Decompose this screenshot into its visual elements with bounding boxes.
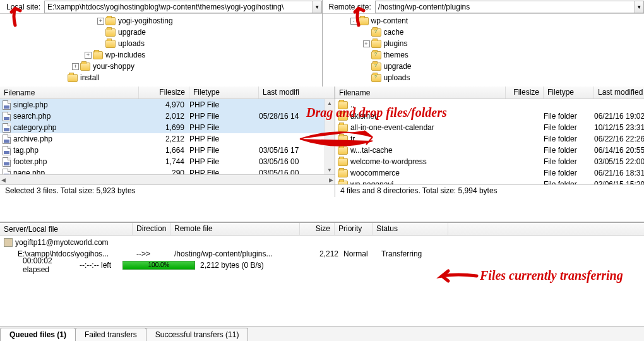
local-site-label: Local site: [0, 3, 44, 11]
transfer-queue: Server/Local file Direction Remote file … [0, 222, 644, 272]
expand-icon[interactable] [97, 40, 104, 47]
remote-site-label: Remote site: [323, 3, 375, 11]
folder-icon [105, 28, 116, 37]
folder-icon [105, 40, 116, 48]
remote-file-list: Filename Filesize Filetype Last modified… [335, 87, 644, 197]
col-filename[interactable]: Filename [0, 87, 139, 99]
tree-item[interactable]: +yogi-yogihosting [3, 15, 319, 27]
file-row[interactable]: welcome-to-wordpressFile folder03/05/15 … [335, 156, 644, 167]
col-filetype[interactable]: Filetype [544, 87, 594, 99]
folder-icon [338, 169, 348, 177]
col-filesize[interactable]: Filesize [506, 87, 544, 99]
transfer-host-row[interactable]: yogiftp11@myotcworld.com [4, 237, 640, 248]
folder-icon [371, 63, 381, 71]
col-status[interactable]: Status [373, 223, 448, 235]
progress-bar: 100.0% [122, 261, 195, 270]
tab-failed[interactable]: Failed transfers [75, 328, 146, 341]
file-icon [3, 100, 11, 110]
local-status: Selected 3 files. Total size: 5,923 byte… [0, 184, 335, 197]
tree-item[interactable]: themes [325, 49, 642, 61]
folder-icon [371, 28, 381, 37]
remote-panel: Remote site: ▾ -wp-contentcache+pluginst… [323, 0, 645, 86]
file-icon [3, 157, 11, 167]
scrollbar-vertical[interactable] [325, 99, 335, 174]
folder-icon [371, 51, 381, 59]
file-row[interactable]: woocommerceFile folder06/21/16 18:31:... [335, 167, 644, 179]
file-row[interactable]: footer.php1,744PHP File03/05/16 00 [0, 156, 335, 167]
tree-item[interactable]: upgrade [3, 27, 319, 38]
file-row[interactable]: page.php290PHP File03/05/16 00 [0, 167, 335, 174]
file-row[interactable]: search.php2,012PHP File05/28/16 14 [0, 111, 335, 122]
folder-icon [338, 181, 348, 185]
folder-icon [338, 158, 348, 166]
tree-item[interactable]: uploads [325, 72, 642, 83]
folder-icon [371, 74, 381, 82]
local-path-input[interactable] [44, 1, 313, 13]
folder-icon [80, 63, 90, 71]
file-row[interactable]: all-in-one-event-calendarFile folder10/1… [335, 122, 644, 133]
remote-status: 4 files and 8 directories. Total size: 5… [335, 184, 644, 197]
expand-icon[interactable]: + [363, 40, 370, 47]
expand-icon[interactable] [97, 29, 104, 36]
transfer-file-row[interactable]: E:\xampp\htdocs\yogihos... -->> /hosting… [4, 248, 640, 260]
folder-icon [338, 135, 348, 143]
expand-icon[interactable] [363, 75, 370, 81]
remote-path-input[interactable] [375, 1, 635, 13]
file-icon [3, 112, 11, 121]
file-row[interactable]: .. [335, 99, 644, 111]
file-row[interactable]: trFile folder06/22/16 22:26:... [335, 133, 644, 145]
file-row[interactable]: w...tal-cacheFile folder06/14/16 20:55:.… [335, 145, 644, 156]
expand-icon[interactable]: + [85, 52, 92, 59]
local-path-dropdown[interactable]: ▾ [313, 1, 322, 13]
col-priority[interactable]: Priority [335, 223, 373, 235]
folder-icon [338, 147, 348, 155]
expand-icon[interactable]: + [97, 18, 104, 25]
col-modified[interactable]: Last modified [594, 87, 644, 99]
folder-icon [338, 112, 348, 121]
tree-item[interactable]: +your-shoppy [3, 61, 319, 72]
col-remote[interactable]: Remote file [170, 223, 300, 235]
col-filetype[interactable]: Filetype [189, 87, 259, 99]
expand-icon[interactable]: + [72, 63, 79, 70]
folder-icon [338, 124, 348, 132]
remote-path-dropdown[interactable]: ▾ [635, 1, 644, 13]
file-icon [3, 135, 11, 144]
expand-icon[interactable] [363, 29, 370, 36]
tree-item[interactable]: +plugins [325, 38, 642, 49]
folder-icon [105, 17, 116, 25]
tree-item[interactable]: uploads [3, 38, 319, 49]
tree-item[interactable]: install [3, 72, 319, 83]
col-size[interactable]: Size [300, 223, 335, 235]
local-tree[interactable]: +yogi-yogihostingupgradeuploads+wp-inclu… [0, 14, 322, 87]
file-icon [3, 123, 11, 133]
tree-item[interactable]: +wp-includes [3, 49, 319, 61]
file-row[interactable]: category.php1,699PHP File [0, 122, 335, 133]
file-row[interactable]: tag.php1,664PHP File03/05/16 17 [0, 145, 335, 156]
folder-icon [371, 40, 381, 48]
folder-icon [338, 101, 348, 109]
file-row[interactable]: single.php4,970PHP File [0, 99, 335, 111]
scrollbar-horizontal[interactable]: ◀▶ [0, 174, 335, 184]
expand-icon[interactable]: - [350, 18, 357, 25]
remote-tree[interactable]: -wp-contentcache+pluginsthemesupgradeupl… [323, 14, 645, 87]
file-row[interactable]: akismetFile folder06/21/16 19:02:... [335, 111, 644, 122]
tree-item[interactable]: upgrade [325, 61, 642, 72]
expand-icon[interactable] [363, 63, 370, 70]
transfer-progress-row: 00:00:02 elapsed --:--:-- left 100.0% 2,… [4, 260, 640, 271]
expand-icon[interactable] [363, 52, 370, 59]
col-modified[interactable]: Last modifi [259, 87, 335, 99]
col-filename[interactable]: Filename [335, 87, 506, 99]
tree-item[interactable]: -wp-content [325, 15, 642, 27]
tree-item[interactable]: cache [325, 27, 642, 38]
server-icon [4, 238, 13, 247]
file-row[interactable]: archive.php2,212PHP File [0, 133, 335, 145]
local-panel: Local site: ▾ +yogi-yogihostingupgradeup… [0, 0, 323, 86]
file-row[interactable]: wp-pagenaviFile folder03/06/15 15:29:... [335, 179, 644, 184]
tab-success[interactable]: Successful transfers (11) [146, 328, 249, 341]
local-file-list: Filename Filesize Filetype Last modifi s… [0, 87, 335, 197]
expand-icon[interactable] [59, 75, 66, 81]
col-filesize[interactable]: Filesize [139, 87, 189, 99]
tab-queued[interactable]: Queued files (1) [0, 328, 76, 341]
col-server[interactable]: Server/Local file [0, 223, 133, 235]
col-direction[interactable]: Direction [133, 223, 170, 235]
